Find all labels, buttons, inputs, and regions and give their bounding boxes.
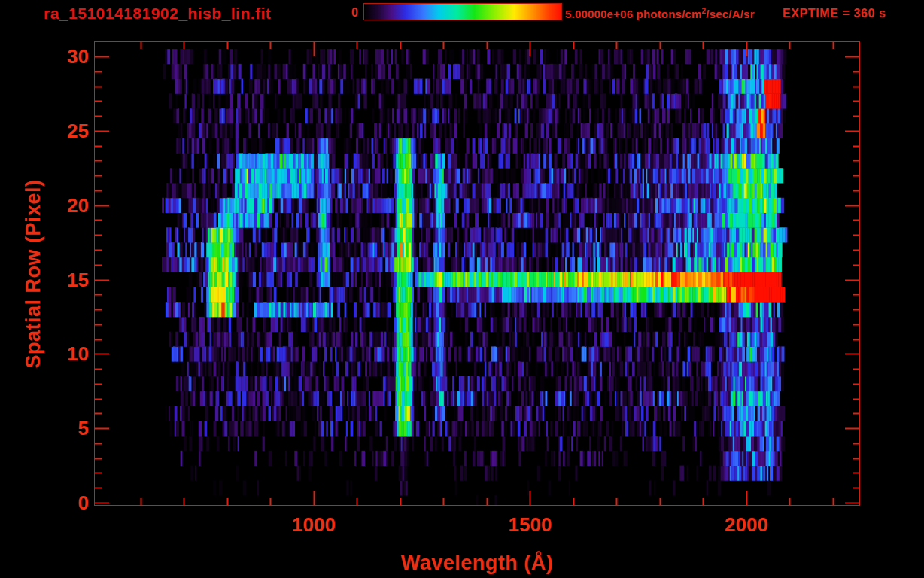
exptime-label: EXPTIME = 360 s [783,7,886,20]
y-tick-label: 10 [0,342,89,365]
y-tick-label: 20 [0,194,89,217]
file-title: ra_151014181902_hisb_lin.fit [44,5,271,23]
colorbar-min-label: 0 [337,6,358,20]
x-axis-title: Wavelength (Å) [401,552,554,575]
idl-plot-window: { "header": { "title": "ra_151014181902_… [0,0,924,578]
x-tick-label: 1000 [261,513,366,537]
colorbar-units-suffix: /sec/A/sr [706,8,754,20]
colorbar-max-value: 5.00000e+06 [565,8,637,20]
y-tick-label: 15 [0,269,89,291]
colorbar-gradient [363,3,562,20]
colorbar-max-label: 5.00000e+06 photons/cm2/sec/A/sr [565,7,755,20]
y-tick-label: 25 [0,120,89,142]
y-tick-label: 0 [0,491,89,514]
plot-frame [94,41,860,506]
colorbar-units-prefix: photons/cm [637,8,702,20]
y-tick-label: 5 [0,417,89,440]
x-tick-label: 2000 [694,513,799,537]
spectrogram-heatmap [95,42,859,505]
y-tick-label: 30 [0,45,89,68]
x-tick-label: 1500 [477,513,582,537]
